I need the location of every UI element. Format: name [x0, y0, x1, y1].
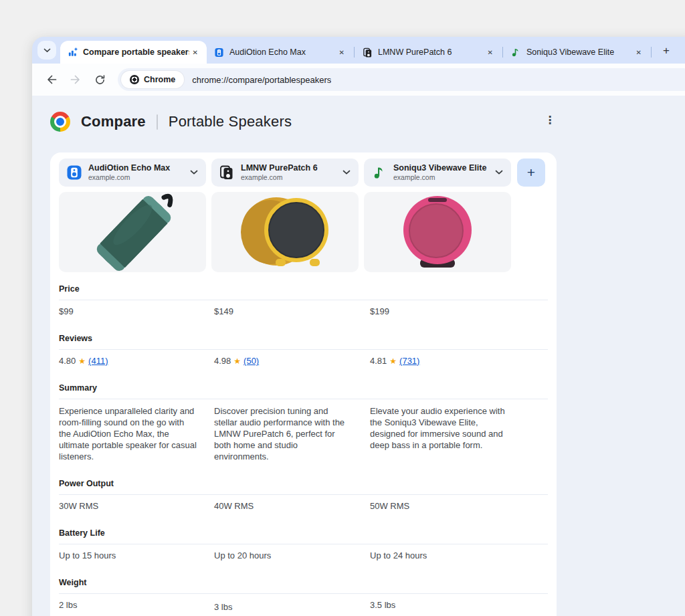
close-icon[interactable]: ✕: [189, 47, 201, 58]
star-icon: ★: [233, 356, 241, 367]
reviews-count-link[interactable]: (731): [399, 356, 419, 367]
site-chip-label: Chrome: [144, 75, 175, 84]
rating-value: 4.98: [214, 356, 231, 367]
summary-text: Experience unparalleled clarity and room…: [59, 405, 197, 462]
product-pill-soniqu3[interactable]: Soniqu3 Vibewave Elite example.com: [364, 159, 511, 187]
address-bar[interactable]: Chrome chrome://compare/portablespeakers: [118, 68, 685, 91]
tab-soniqu3-vibewave-elite[interactable]: Soniqu3 Vibewave Elite ✕: [504, 41, 650, 64]
compare-page: Compare Portable Speakers ⋮ Audi: [32, 96, 685, 616]
product-name: Soniqu3 Vibewave Elite: [393, 163, 491, 174]
chrome-logo-icon: [50, 112, 70, 132]
tab-separator: [354, 47, 355, 58]
new-tab-button[interactable]: +: [659, 44, 674, 58]
music-note-icon: [371, 165, 387, 181]
price-value: $199: [370, 306, 548, 317]
tab-compare-portable-speakers[interactable]: Compare portable speakers ✕: [60, 41, 207, 64]
section-label: Price: [59, 284, 548, 294]
reviews-count-link[interactable]: (411): [88, 356, 108, 367]
star-icon: ★: [78, 356, 86, 367]
tab-audiotion-echo-max[interactable]: AudiOtion Echo Max ✕: [207, 41, 353, 64]
section-label: Weight: [59, 577, 548, 588]
section-label: Summary: [59, 383, 548, 393]
reload-icon: [94, 74, 106, 86]
app-name: Compare: [81, 113, 146, 130]
divider: [59, 399, 548, 399]
weight-value: 2 lbs: [59, 600, 214, 613]
title-divider: [157, 114, 158, 130]
power-row: 30W RMS 40W RMS 50W RMS: [59, 501, 548, 512]
page-menu-button[interactable]: ⋮: [541, 110, 559, 129]
battery-value: Up to 20 hours: [214, 550, 370, 561]
section-label: Power Output: [59, 478, 548, 489]
product-pill-audiotion[interactable]: AudiOtion Echo Max example.com: [59, 159, 206, 187]
section-price: Price $99 $149 $199: [59, 284, 548, 317]
price-value: $149: [214, 306, 370, 317]
tab-lmnw-purepatch-6[interactable]: LMNW PurePatch 6 ✕: [355, 41, 502, 64]
rating-value: 4.81: [370, 356, 387, 367]
power-value: 50W RMS: [370, 501, 548, 512]
tab-label: AudiOtion Echo Max: [229, 47, 336, 57]
section-label: Reviews: [59, 333, 548, 344]
tab-separator: [502, 47, 503, 58]
reviews-row: 4.80 ★ (411) 4.98 ★ (50) 4.81 ★ (731): [59, 356, 548, 367]
speaker-blue-icon: [66, 165, 82, 181]
product-image-soniqu3: [364, 192, 511, 272]
forward-button[interactable]: [66, 70, 86, 90]
weight-value: 3.5 lbs: [370, 600, 548, 613]
section-power-output: Power Output 30W RMS 40W RMS 50W RMS: [59, 478, 548, 512]
chevron-down-icon[interactable]: [495, 170, 503, 175]
teal-cylinder-speaker-image: [59, 192, 206, 272]
tab-search-button[interactable]: [37, 41, 56, 60]
summary-text: Elevate your audio experience with the S…: [370, 405, 508, 462]
browser-toolbar: Chrome chrome://compare/portablespeakers: [32, 64, 685, 96]
divider: [59, 593, 548, 594]
site-chip[interactable]: Chrome: [121, 71, 184, 88]
divider: [59, 544, 548, 544]
section-battery-life: Battery Life Up to 15 hours Up to 20 hou…: [59, 528, 548, 561]
comparison-card: AudiOtion Echo Max example.com: [50, 152, 557, 616]
close-icon[interactable]: ✕: [336, 47, 348, 58]
section-summary: Summary Experience unparalleled clarity …: [59, 383, 548, 462]
page-header: Compare Portable Speakers: [32, 96, 685, 132]
tab-label: Compare portable speakers: [83, 47, 189, 57]
close-icon[interactable]: ✕: [484, 47, 496, 58]
tab-label: LMNW PurePatch 6: [378, 47, 484, 57]
product-domain: example.com: [88, 173, 186, 182]
star-icon: ★: [389, 356, 397, 367]
music-note-icon: [510, 47, 521, 58]
add-product-button[interactable]: +: [517, 159, 545, 187]
divider: [59, 300, 548, 300]
product-name: LMNW PurePatch 6: [241, 163, 338, 174]
weight-row: 2 lbs 3 lbs 3.5 lbs: [59, 600, 548, 613]
product-domain: example.com: [241, 173, 338, 182]
page-title: Portable Speakers: [169, 113, 292, 130]
compare-icon: [67, 47, 78, 58]
pink-round-speaker-image: [364, 192, 511, 272]
chevron-down-icon[interactable]: [190, 170, 198, 175]
tab-separator: [651, 47, 652, 58]
tab-strip: Compare portable speakers ✕ AudiOtion Ec…: [32, 37, 685, 64]
power-value: 40W RMS: [214, 501, 370, 512]
close-icon[interactable]: ✕: [633, 47, 645, 58]
tab-label: Soniqu3 Vibewave Elite: [526, 47, 633, 57]
battery-value: Up to 24 hours: [370, 550, 548, 561]
battery-row: Up to 15 hours Up to 20 hours Up to 24 h…: [59, 550, 548, 561]
product-domain: example.com: [393, 173, 491, 182]
chrome-mono-icon: [130, 75, 139, 84]
price-value: $99: [59, 306, 214, 317]
back-button[interactable]: [41, 70, 62, 90]
product-image-audiotion: [59, 192, 206, 272]
section-reviews: Reviews 4.80 ★ (411) 4.98 ★ (50) 4.81: [59, 333, 548, 367]
speaker-dark-icon: [219, 165, 235, 181]
back-arrow-icon: [45, 74, 58, 86]
summary-row: Experience unparalleled clarity and room…: [59, 405, 548, 462]
speaker-blue-icon: [213, 47, 224, 58]
product-pill-lmnw[interactable]: LMNW PurePatch 6 example.com: [211, 159, 359, 187]
chevron-down-icon[interactable]: [342, 170, 351, 175]
section-label: Battery Life: [59, 528, 548, 538]
reload-button[interactable]: [90, 70, 110, 90]
reviews-count-link[interactable]: (50): [243, 356, 259, 367]
chevron-down-icon: [43, 48, 51, 53]
weight-value: 3 lbs: [214, 602, 370, 613]
power-value: 30W RMS: [59, 501, 214, 512]
